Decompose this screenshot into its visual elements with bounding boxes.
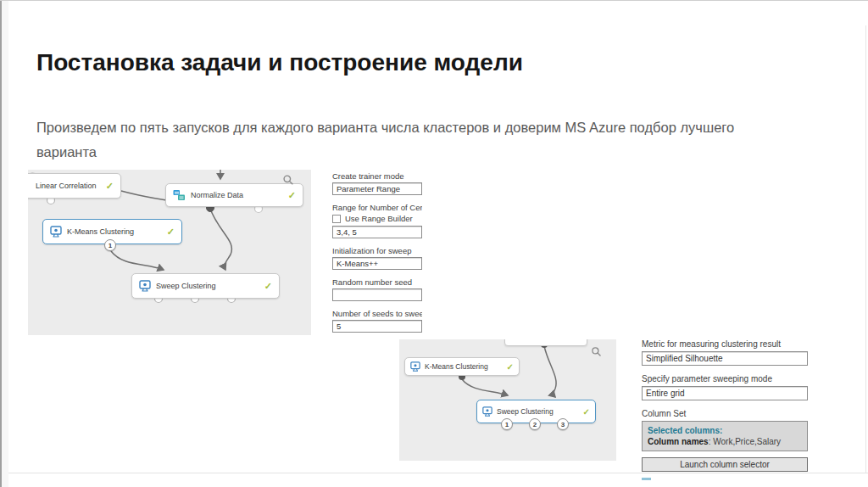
normalize-data-icon — [173, 189, 186, 201]
column-names-label: Column names — [648, 437, 709, 446]
subtitle-line-1: Произведем по пять запусков для каждого … — [36, 115, 842, 140]
success-check-icon: ✓ — [288, 190, 296, 201]
node-label: K-Means Clustering — [425, 362, 504, 371]
output-port-2[interactable]: 2 — [529, 418, 541, 430]
slide-frame-top — [0, 0, 868, 1]
node-label: K-Means Clustering — [67, 227, 164, 236]
node-cut-off-top — [504, 339, 587, 346]
field-label: Random number seed — [332, 277, 422, 287]
ml-module-icon — [482, 406, 492, 417]
experiment-canvas-2: K-Means Clustering ✓ Sweep Clustering ✓ … — [399, 339, 616, 461]
node-label: Normalize Data — [191, 191, 285, 199]
slide-frame-right — [865, 25, 866, 473]
node-label: Sweep Clustering — [497, 407, 580, 416]
ml-module-icon — [50, 226, 62, 238]
output-port-1[interactable]: 1 — [501, 418, 513, 430]
launch-column-selector-button[interactable]: Launch column selector — [642, 457, 808, 472]
field-label: Column Set — [642, 409, 808, 419]
node-kmeans-clustering[interactable]: K-Means Clustering ✓ — [404, 357, 520, 376]
seeds-to-sweep-input[interactable]: 5 — [332, 320, 422, 333]
random-seed-input[interactable] — [332, 288, 422, 301]
initialization-select[interactable]: K-Means++ — [332, 257, 422, 270]
use-range-builder-checkbox[interactable] — [332, 215, 341, 223]
column-names-value: : Work,Price,Salary — [709, 437, 781, 446]
selected-columns-box: Selected columns: Column names: Work,Pri… — [642, 421, 808, 451]
field-label: Range for Number of Centroid — [332, 203, 422, 212]
field-label: Create trainer mode — [332, 171, 422, 181]
slide-subtitle: Произведем по пять запусков для каждого … — [36, 115, 842, 165]
field-label: Number of seeds to sweep — [332, 309, 422, 318]
zoom-magnifier-icon[interactable] — [591, 346, 602, 357]
success-check-icon: ✓ — [167, 227, 175, 238]
field-label: Specify parameter sweeping mode — [642, 374, 808, 384]
output-port-3[interactable]: 3 — [557, 418, 569, 430]
success-check-icon: ✓ — [264, 281, 272, 292]
subtitle-line-2: варианта — [36, 140, 842, 165]
node-sweep-clustering[interactable]: Sweep Clustering ✓ — [131, 273, 280, 299]
properties-panel-1: Create trainer mode Parameter Range Rang… — [332, 171, 422, 340]
checkbox-label: Use Range Builder — [345, 214, 413, 223]
zoom-magnifier-icon[interactable] — [282, 174, 294, 186]
centroid-range-input[interactable]: 3,4, 5 — [332, 226, 422, 238]
ml-module-icon — [139, 280, 151, 292]
node-normalize-data[interactable]: Normalize Data ✓ — [165, 183, 303, 207]
trainer-mode-select[interactable]: Parameter Range — [332, 182, 422, 195]
selected-columns-heading: Selected columns: — [648, 425, 802, 436]
node-linear-correlation[interactable]: Linear Correlation ✓ — [28, 173, 121, 199]
column-names-line: Column names: Work,Price,Salary — [648, 436, 802, 447]
ml-module-icon — [410, 361, 420, 372]
sweep-mode-select[interactable]: Entire grid — [642, 386, 808, 400]
node-label: Sweep Clustering — [156, 282, 261, 290]
success-check-icon: ✓ — [507, 362, 514, 372]
slide-title: Постановка задачи и построение модели — [36, 49, 523, 76]
cut-off-element — [642, 478, 651, 480]
metric-select[interactable]: Simplified Silhouette — [642, 351, 808, 366]
success-check-icon: ✓ — [106, 181, 114, 192]
success-check-icon: ✓ — [583, 407, 590, 417]
node-label: Linear Correlation — [36, 182, 103, 190]
field-label: Metric for measuring clustering result — [642, 339, 808, 350]
slide-frame-left-light — [2, 0, 8, 487]
output-port-1[interactable]: 1 — [104, 239, 116, 251]
use-range-builder-row: Use Range Builder — [332, 214, 422, 223]
properties-panel-2: Metric for measuring clustering result S… — [642, 339, 808, 480]
field-label: Initialization for sweep — [332, 246, 422, 255]
experiment-canvas-1: Linear Correlation ✓ Normalize Data ✓ K-… — [28, 170, 311, 335]
